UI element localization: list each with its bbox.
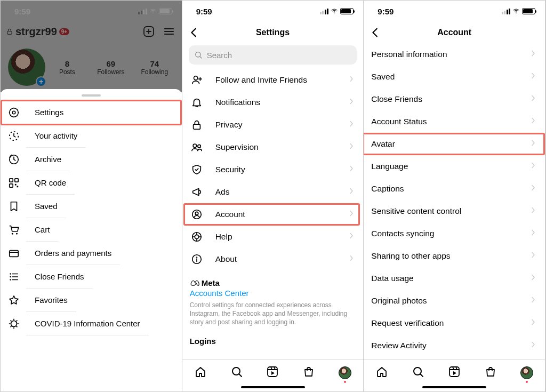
- chevron-right-icon: [529, 71, 537, 82]
- tab-profile[interactable]: [520, 366, 534, 380]
- star-icon: [7, 294, 21, 306]
- account-item-label: Sensitive content control: [371, 206, 461, 216]
- tab-reels[interactable]: [447, 366, 461, 380]
- menu-item-label: Orders and payments: [35, 249, 111, 258]
- account-item-data-usage[interactable]: Data usage: [364, 267, 545, 290]
- tab-search[interactable]: [411, 366, 425, 380]
- settings-item-label: Security: [215, 165, 245, 174]
- settings-item-follow-invite[interactable]: Follow and Invite Friends: [182, 69, 364, 91]
- wifi-icon: [330, 8, 339, 14]
- menu-item-closefriends[interactable]: Close Friends: [1, 265, 182, 289]
- chevron-right-icon: [529, 295, 537, 306]
- account-item-review-activity[interactable]: Review Activity: [364, 334, 545, 357]
- account-item-account-status[interactable]: Account Status: [364, 110, 545, 133]
- menu-item-cart[interactable]: Cart: [1, 218, 182, 242]
- menu-sheet-list: Settings Your activity Archive QR code S…: [1, 101, 182, 335]
- settings-item-label: Privacy: [215, 120, 243, 130]
- chevron-right-icon: [529, 206, 537, 217]
- account-item-label: Original photos: [371, 296, 427, 306]
- settings-item-help[interactable]: Help: [182, 226, 364, 248]
- account-item-contacts-syncing[interactable]: Contacts syncing: [364, 222, 545, 245]
- settings-item-label: Follow and Invite Friends: [215, 75, 307, 85]
- meta-description: Control settings for connected experienc…: [190, 301, 356, 327]
- tab-reels[interactable]: [266, 366, 279, 380]
- settings-item-label: Ads: [215, 187, 230, 197]
- menu-item-label: Settings: [35, 108, 63, 117]
- logins-header: Logins: [182, 330, 364, 349]
- home-icon: [375, 365, 388, 380]
- tab-home[interactable]: [375, 366, 389, 380]
- settings-item-notifications[interactable]: Notifications: [182, 91, 364, 114]
- settings-item-account[interactable]: Account: [182, 203, 364, 226]
- accounts-center-link[interactable]: Accounts Center: [190, 289, 356, 298]
- search-placeholder: Search: [207, 51, 232, 60]
- chevron-right-icon: [347, 231, 356, 242]
- notification-dot-icon: [344, 381, 346, 383]
- menu-item-saved[interactable]: Saved: [1, 195, 182, 218]
- settings-item-label: Supervision: [215, 142, 259, 152]
- chevron-left-icon: [370, 27, 381, 38]
- tab-shop[interactable]: [302, 366, 316, 380]
- nav-header: Settings: [182, 22, 364, 43]
- account-item-label: Account Status: [371, 117, 427, 126]
- menu-item-covid[interactable]: COVID-19 Information Center: [1, 312, 182, 335]
- account-item-label: Sharing to other apps: [371, 251, 450, 261]
- menu-item-label: Favorites: [35, 295, 68, 305]
- chevron-right-icon: [347, 75, 356, 85]
- account-item-personal-info[interactable]: Personal information: [364, 43, 545, 66]
- settings-item-security[interactable]: Security: [182, 158, 364, 181]
- bookmark-icon: [7, 201, 21, 212]
- tab-bar: [182, 359, 364, 385]
- reels-icon: [266, 365, 279, 380]
- chevron-right-icon: [529, 94, 537, 105]
- menu-item-favorites[interactable]: Favorites: [1, 289, 182, 312]
- settings-item-privacy[interactable]: Privacy: [182, 114, 364, 136]
- chevron-right-icon: [529, 183, 537, 194]
- account-item-close-friends[interactable]: Close Friends: [364, 88, 545, 110]
- people-icon: [190, 141, 204, 153]
- search-icon: [194, 51, 203, 59]
- account-item-language[interactable]: Language: [364, 155, 545, 178]
- sheet-grabber[interactable]: [82, 94, 101, 97]
- settings-item-about[interactable]: About: [182, 248, 364, 270]
- tab-home[interactable]: [194, 366, 207, 380]
- menu-item-activity[interactable]: Your activity: [1, 124, 182, 148]
- account-item-avatar[interactable]: Avatar: [364, 133, 545, 155]
- account-item-sensitive[interactable]: Sensitive content control: [364, 200, 545, 222]
- settings-item-supervision[interactable]: Supervision: [182, 136, 364, 158]
- menu-sheet: Settings Your activity Archive QR code S…: [1, 89, 182, 391]
- chevron-right-icon: [347, 119, 356, 130]
- account-item-saved[interactable]: Saved: [364, 66, 545, 88]
- cellular-icon: [320, 9, 329, 14]
- profile-avatar-icon: [520, 366, 533, 379]
- home-icon: [194, 365, 207, 380]
- chevron-right-icon: [529, 273, 537, 284]
- menu-item-orders[interactable]: Orders and payments: [1, 242, 182, 265]
- account-item-sharing[interactable]: Sharing to other apps: [364, 245, 545, 267]
- life-icon: [190, 231, 204, 243]
- menu-item-archive[interactable]: Archive: [1, 148, 182, 171]
- lock-icon: [190, 119, 204, 131]
- back-button[interactable]: [369, 26, 382, 39]
- settings-item-label: Notifications: [215, 98, 260, 107]
- menu-item-settings[interactable]: Settings: [1, 101, 182, 124]
- wifi-icon: [512, 8, 520, 14]
- back-button[interactable]: [188, 26, 200, 39]
- account-item-captions[interactable]: Captions: [364, 178, 545, 200]
- chevron-right-icon: [347, 187, 356, 197]
- settings-item-ads[interactable]: Ads: [182, 181, 364, 203]
- meta-logo: Meta: [190, 278, 356, 287]
- tab-profile[interactable]: [338, 366, 352, 380]
- tab-shop[interactable]: [484, 366, 497, 380]
- status-time: 9:59: [378, 7, 394, 16]
- search-input[interactable]: Search: [189, 45, 357, 65]
- status-bar: 9:59: [182, 1, 364, 22]
- account-item-original-photos[interactable]: Original photos: [364, 290, 545, 312]
- battery-icon: [340, 8, 354, 14]
- account-item-request-verif[interactable]: Request verification: [364, 312, 545, 334]
- tab-search[interactable]: [230, 366, 244, 380]
- menu-item-label: COVID-19 Information Center: [35, 319, 140, 328]
- account-item-branded-content[interactable]: Branded content: [364, 357, 545, 359]
- menu-item-qrcode[interactable]: QR code: [1, 171, 182, 195]
- covid-icon: [7, 318, 21, 330]
